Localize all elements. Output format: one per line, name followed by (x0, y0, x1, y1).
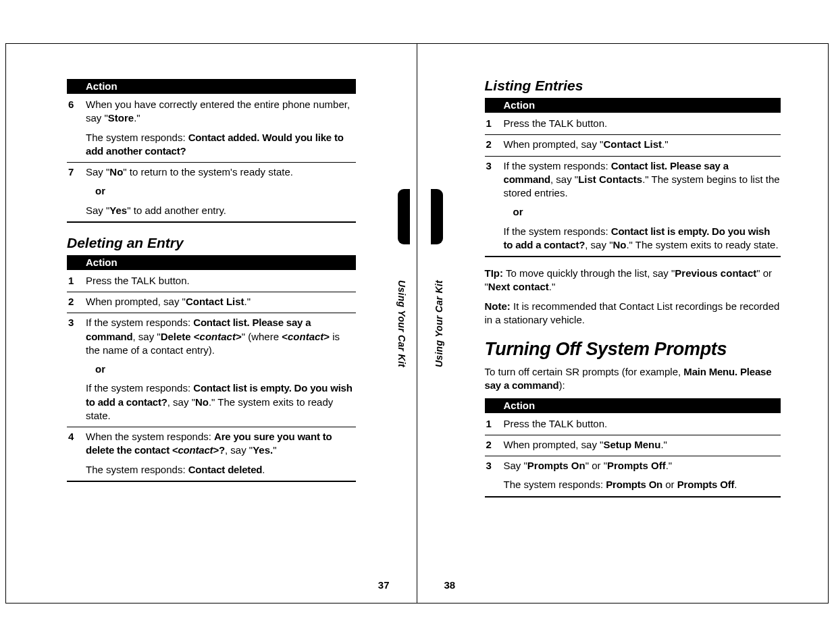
page-number: 38 (444, 579, 456, 591)
step-text: Press the TALK button. (86, 274, 356, 288)
table-row: 6When you have correctly entered the ent… (67, 95, 356, 162)
step-number: 4 (67, 430, 86, 477)
step-text: When prompted, say "Contact List." (504, 138, 781, 151)
page-left: Using Your Car Kit Action 6When you have… (6, 44, 417, 603)
step-text: When prompted, say "Contact List." (86, 295, 356, 308)
table-row: 3If the system responds: Contact list. P… (67, 313, 356, 427)
subheading-listing: Listing Entries (485, 78, 781, 94)
step-number: 2 (485, 138, 504, 151)
table-rule (485, 496, 781, 498)
step-number: 3 (485, 159, 504, 252)
table-row: 2When prompted, say "Contact List." (67, 292, 356, 313)
thumb-tab (398, 189, 410, 244)
step-number: 7 (67, 165, 86, 217)
step-number: 1 (67, 274, 86, 288)
table-row: 1Press the TALK button. (485, 114, 781, 134)
action-header: Action (485, 398, 781, 413)
table-row: 4When the system responds: Are you sure … (67, 427, 356, 481)
table-rule (67, 481, 356, 482)
table-row: 2When prompted, say "Contact List." (485, 134, 781, 155)
step-number: 3 (485, 459, 504, 492)
step-number: 2 (485, 438, 504, 452)
page-right: Using Your Car Kit Listing Entries Actio… (417, 44, 829, 603)
action-header: Action (67, 255, 356, 270)
action-table: 1Press the TALK button.2When prompted, s… (485, 414, 781, 496)
note-text: Note: It is recommended that Contact Lis… (485, 300, 781, 327)
table-row: 7Say "No" to return to the system's read… (67, 162, 356, 221)
action-header: Action (485, 98, 781, 113)
heading-turning-off: Turning Off System Prompts (485, 339, 781, 360)
step-text: Press the TALK button. (504, 417, 781, 431)
step-text: Say "Prompts On" or "Prompts Off."The sy… (504, 459, 781, 492)
step-number: 2 (67, 295, 86, 308)
table-row: 1Press the TALK button. (485, 414, 781, 435)
thumb-tab (431, 189, 443, 244)
step-text: Say "No" to return to the system's ready… (86, 165, 356, 217)
intro-text: To turn off certain SR prompts (for exam… (485, 365, 781, 393)
step-text: Press the TALK button. (504, 117, 781, 130)
step-text: When the system responds: Are you sure y… (86, 430, 356, 477)
step-text: If the system responds: Contact list. Pl… (86, 316, 356, 423)
spine-label: Using Your Car Kit (396, 280, 407, 367)
action-table: 6When you have correctly entered the ent… (67, 95, 356, 221)
action-table: 1Press the TALK button.2When prompted, s… (485, 114, 781, 256)
table-row: 3Say "Prompts On" or "Prompts Off."The s… (485, 456, 781, 496)
table-row: 2When prompted, say "Setup Menu." (485, 435, 781, 456)
spine-label: Using Your Car Kit (434, 280, 444, 367)
step-number: 1 (485, 417, 504, 431)
table-row: 3If the system responds: Contact list. P… (485, 156, 781, 257)
step-number: 1 (485, 117, 504, 130)
action-table: 1Press the TALK button.2When prompted, s… (67, 271, 356, 481)
table-row: 1Press the TALK button. (67, 271, 356, 292)
step-text: When prompted, say "Setup Menu." (504, 438, 781, 452)
step-text: When you have correctly entered the enti… (86, 98, 356, 158)
table-rule (67, 221, 356, 223)
step-number: 3 (67, 316, 86, 423)
step-text: If the system responds: Contact list. Pl… (504, 159, 781, 252)
step-number: 6 (67, 98, 86, 158)
page-number: 37 (378, 579, 390, 591)
tip-text: TIp: To move quickly through the list, s… (485, 267, 781, 294)
subheading-deleting: Deleting an Entry (67, 235, 356, 251)
spread: Using Your Car Kit Action 6When you have… (5, 43, 829, 603)
action-header: Action (67, 79, 356, 94)
table-rule (485, 256, 781, 257)
